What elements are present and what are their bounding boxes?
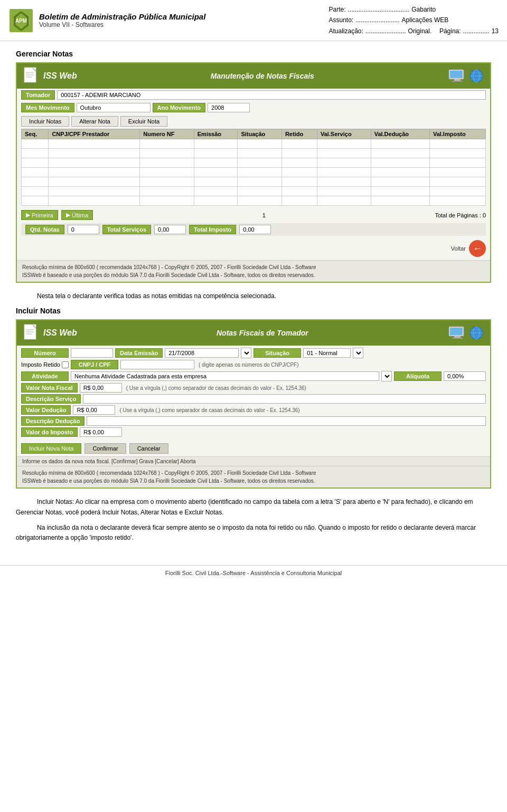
- header-subtitle: Volume VII - Softwares: [39, 21, 205, 28]
- pagina-dots: ...............: [463, 26, 490, 36]
- panel2-subtitle: Notas Fiscais de Tomador: [217, 329, 308, 337]
- aliquota-input[interactable]: [444, 371, 486, 381]
- desc-serv-input[interactable]: [83, 394, 486, 404]
- th-retido: Retido: [281, 129, 317, 139]
- btn-incluir-nova-nota[interactable]: Incluir Nova Nota: [21, 443, 81, 454]
- ano-value: 2008: [208, 103, 250, 112]
- numero-input[interactable]: [71, 348, 113, 358]
- data-emissao-input[interactable]: [165, 348, 239, 358]
- table-wrapper: Seq. CNPJ/CPF Prestador Numero NF Emissã…: [17, 129, 490, 208]
- text-body-3: Na inclusão da nota o declarante deverá …: [16, 523, 491, 543]
- btn-excluir-nota[interactable]: Excluir Nota: [120, 116, 167, 127]
- voltar-row: Voltar ←: [17, 237, 490, 260]
- total-serv-label: Total Serviços: [102, 225, 151, 234]
- situacao-select[interactable]: [353, 348, 363, 358]
- valor-imposto-input[interactable]: [80, 427, 122, 437]
- btn-alterar-nota[interactable]: Alterar Nota: [71, 116, 118, 127]
- atividade-select[interactable]: [381, 371, 392, 381]
- panel1-subtitle: Manutenção de Notas Fiscais: [211, 72, 314, 80]
- doc-icon: [23, 66, 39, 85]
- header-title-block: Boletim de Administração Pública Municip…: [39, 12, 205, 28]
- voltar-label[interactable]: Voltar: [451, 245, 466, 252]
- desc-serv-label: Descrição Serviço: [21, 394, 81, 404]
- th-seq: Seq.: [22, 129, 49, 139]
- valor-deduc-hint: ( Use a vírgula (,) como separador de ca…: [119, 407, 299, 413]
- aliquota-label: Alíquota: [394, 371, 442, 381]
- tomador-label: Tomador: [21, 90, 55, 100]
- btn-confirmar[interactable]: Confirmar: [84, 443, 126, 454]
- text2: Incluir Notas: Ao clicar na empresa com …: [16, 497, 491, 517]
- logo-area: APM Boletim de Administração Pública Mun…: [8, 8, 205, 33]
- situacao-input[interactable]: [303, 348, 351, 358]
- summary-row: Qtd. Notas 0 Total Serviços 0,00 Total I…: [21, 223, 486, 236]
- svg-rect-24: [450, 328, 463, 335]
- th-val-imp: Val.Imposto: [429, 129, 485, 139]
- notas-table: Seq. CNPJ/CPF Prestador Numero NF Emissã…: [21, 129, 486, 206]
- text3: Na inclusão da nota o declarante deverá …: [16, 523, 491, 543]
- table-row: [22, 139, 486, 149]
- row-desc-deduc: Descrição Dedução: [21, 416, 486, 426]
- imposto-retido-checkbox[interactable]: [62, 361, 69, 368]
- section1-title: Gerenciar Notas: [16, 50, 491, 58]
- valor-imposto-label: Valor do Imposto: [21, 427, 78, 437]
- assunto-value: Aplicações WEB: [402, 15, 449, 25]
- pagina-value: 13: [492, 26, 499, 36]
- imposto-retido-container: Imposto Retido: [21, 361, 69, 368]
- numero-label: Número: [21, 348, 69, 358]
- valor-deduc-input[interactable]: [73, 405, 115, 415]
- qtd-value: 0: [68, 225, 99, 234]
- valor-deduc-label: Valor Dedução: [21, 405, 71, 415]
- btn-incluir-notas[interactable]: Incluir Notas: [21, 116, 69, 127]
- data-emissao-label: Data Emissão: [115, 348, 163, 358]
- cnpj-input[interactable]: [120, 360, 194, 369]
- assunto-label: Assunto:: [329, 15, 354, 25]
- panel1-icons: [448, 69, 484, 83]
- table-row: [22, 149, 486, 158]
- imposto-retido-label: Imposto Retido: [21, 361, 60, 368]
- panel1-footer: Resolução mínima de 800x600 ( recomendad…: [17, 260, 490, 282]
- data-emissao-select[interactable]: [241, 348, 251, 358]
- tomador-value: 000157 - ADEMIR MARCIANO: [57, 90, 486, 100]
- btn-ultima[interactable]: ▶ Última: [61, 210, 93, 220]
- mes-value: Outubro: [77, 103, 151, 112]
- page-header: APM Boletim de Administração Pública Mun…: [0, 0, 507, 41]
- desc-deduc-input[interactable]: [87, 416, 486, 426]
- pagina-label: [434, 26, 437, 36]
- info-bar: Informe os dados da nova nota fiscal. [C…: [17, 456, 490, 466]
- row-valor-imposto: Valor do Imposto: [21, 427, 486, 437]
- tomador-row: Tomador 000157 - ADEMIR MARCIANO: [17, 89, 490, 101]
- atualizacao-label: Atualização:: [329, 26, 363, 36]
- logo-icon: APM: [8, 8, 34, 33]
- btn-primeira[interactable]: ▶ Primeira: [21, 210, 58, 220]
- svg-rect-11: [454, 79, 461, 81]
- globe-icon-2: [469, 326, 484, 340]
- atividade-label: Atividade: [21, 371, 69, 381]
- arrow-right-icon: ▶: [66, 212, 70, 218]
- row-desc-serv: Descrição Serviço: [21, 394, 486, 404]
- th-emissao: Emissão: [194, 129, 238, 139]
- th-situacao: Situação: [238, 129, 282, 139]
- row-valor-nf: Valor Nota Fiscal ( Use a vírgula (,) co…: [21, 383, 486, 393]
- row-numero: Número Data Emissão Situação: [21, 348, 486, 358]
- assunto-dots: .........................: [355, 15, 399, 25]
- atualizacao-value: Original.: [408, 26, 432, 36]
- btn-cancelar[interactable]: Cancelar: [129, 443, 168, 454]
- back-arrow-btn[interactable]: ←: [469, 240, 486, 257]
- panel2-icons: [448, 326, 484, 340]
- svg-rect-26: [452, 338, 463, 339]
- pag-total: Total de Páginas : 0: [435, 212, 486, 218]
- valor-nf-input[interactable]: [80, 383, 122, 393]
- atualizacao-dots: .......................: [365, 26, 406, 36]
- valor-nf-hint: ( Use a vírgula (,) como separador de ca…: [126, 385, 306, 391]
- page-content: Gerenciar Notas ISS Web Manutenção de No…: [0, 41, 507, 559]
- header-right: Parte: .................................…: [329, 4, 499, 36]
- panel2-footer-line2: ISSWeb é baseado e usa porções do módulo…: [22, 477, 485, 485]
- pagination-row: ▶ Primeira ▶ Última 1 Total de Páginas :…: [17, 208, 490, 222]
- atividade-input[interactable]: [71, 371, 379, 381]
- computer-icon-2: [448, 326, 467, 340]
- panel2-btn-row: Incluir Nova Nota Confirmar Cancelar: [17, 441, 490, 456]
- form-section: Número Data Emissão Situação Imposto Ret…: [17, 346, 490, 441]
- panel1-header: ISS Web Manutenção de Notas Fiscais: [17, 63, 490, 89]
- svg-rect-10: [450, 71, 463, 78]
- computer-icon: [448, 69, 467, 83]
